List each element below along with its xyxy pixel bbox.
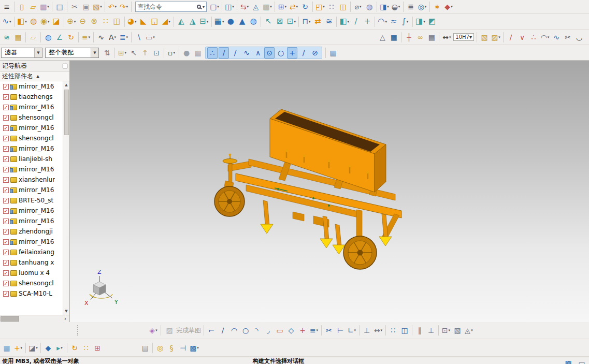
component-checkbox[interactable]: ✓ [3,177,9,183]
tree-item[interactable]: ✓xianshenlur [0,174,63,185]
tree-item[interactable]: ✓shensongcl [0,278,63,288]
perpendicular-constraint-icon[interactable]: ⊥ [426,325,436,336]
information-list-icon[interactable]: ≣▾ [119,32,129,43]
scroll-down-icon[interactable]: ▼ [65,308,67,315]
sketch-options-icon[interactable]: ◬▾ [464,325,474,336]
selection-filter-combo[interactable]: 滤器 ▼ [1,48,42,58]
tree-item[interactable]: ✓mirror_M16 [0,81,63,92]
play-animation-icon[interactable]: ▸▾ [54,342,65,354]
datum-csys-icon[interactable]: ▦ [2,342,12,354]
trim-curve-icon[interactable]: ✂ [563,32,573,43]
snap-existing-point-icon[interactable]: + [287,47,297,59]
dropdown-arrow-icon[interactable]: ▾ [354,328,356,332]
format-painter-icon[interactable]: ◪▾ [28,342,38,354]
component-checkbox[interactable]: ✓ [3,125,9,131]
dropdown-arrow-icon[interactable]: ▾ [348,20,350,24]
assembly-constraints-icon[interactable]: ⊓▾ [301,16,311,27]
component-checkbox[interactable]: ✓ [3,229,9,235]
sphere-icon[interactable]: ◍ [248,16,258,27]
snap-point-on-face-icon[interactable]: ⊘ [310,47,320,59]
dropdown-arrow-icon[interactable]: ▾ [126,5,128,9]
tree-item[interactable]: ✓feilaioxiang [0,247,63,257]
component-checkbox[interactable]: ✓ [3,260,9,266]
dropdown-arrow-icon[interactable]: ▾ [100,5,102,9]
tree-item[interactable]: ✓mirror_M16 [0,216,63,226]
tree-vertical-scrollbar[interactable]: ▲ ▼ [63,81,69,315]
marquee-select-icon[interactable]: ▫▾ [166,47,177,59]
component-checkbox[interactable]: ✓ [3,136,9,141]
bridge-curve-icon[interactable]: ◠▾ [540,32,550,43]
selection-scope-combo[interactable]: 整个装配 ▼ [45,48,99,58]
dropdown-arrow-icon[interactable]: ▾ [317,328,319,332]
dropdown-arrow-icon[interactable]: ▾ [61,346,63,350]
dropdown-arrow-icon[interactable]: ▾ [398,5,400,9]
cut-icon[interactable]: ✂ [69,1,80,12]
fillet-icon[interactable]: ◝ [252,325,262,336]
dropdown-arrow-icon[interactable]: ▾ [217,5,219,9]
mirror-assembly-icon[interactable]: ◫ [338,1,348,12]
dropdown-arrow-icon[interactable]: ▾ [471,328,473,332]
component-checkbox[interactable]: ✓ [3,84,9,90]
command-finder-input[interactable] [137,3,197,10]
point-set-icon[interactable]: ∴ [528,32,539,43]
dropdown-arrow-icon[interactable]: ▾ [270,5,272,9]
dropdown-arrow-icon[interactable]: ▾ [425,5,427,9]
expressions-icon[interactable]: ≡▾ [81,32,91,43]
dropdown-arrow-icon[interactable]: ▾ [168,20,170,24]
tree-item[interactable]: ✓mirror_M16 [0,102,63,112]
pmi-icon[interactable]: ◬ [251,1,261,12]
undo-icon[interactable]: ↶▾ [107,1,118,12]
show-hide-icon[interactable]: ◎▾ [417,1,427,12]
chevron-down-icon[interactable]: ▼ [34,48,42,57]
dropdown-arrow-icon[interactable]: ▾ [9,20,11,24]
degrees-of-freedom-icon[interactable]: ↻ [300,1,310,12]
scroll-right-icon[interactable]: › [61,316,69,322]
dropdown-arrow-icon[interactable]: ▾ [232,5,234,9]
datum-axis-icon[interactable]: ∕ [351,16,361,27]
spring-icon[interactable]: § [166,342,177,354]
update-model-icon[interactable]: ↻ [66,32,76,43]
edit-feature-icon[interactable]: ∠ [54,32,65,43]
dropdown-arrow-icon[interactable]: ▾ [114,35,117,39]
dropdown-arrow-icon[interactable]: ▾ [296,5,298,9]
split-body-icon[interactable]: ◮ [188,16,198,27]
select-group-icon[interactable]: ⊡ [151,47,162,59]
tree-item[interactable]: ✓shensongcl [0,133,63,143]
snap-point-on-curve-icon[interactable]: ∕ [298,47,309,59]
component-checkbox[interactable]: ✓ [3,281,9,286]
hscrollbar-thumb[interactable] [1,316,19,322]
datum-plus-icon[interactable]: +▾ [13,342,23,354]
annotation-editor-icon[interactable]: ▤ [426,32,437,43]
offset-face-icon[interactable]: ⊟▾ [199,16,209,27]
snap-control-point-icon[interactable]: ∿ [241,47,252,59]
navigator-column-header[interactable]: 述性部件名 ▲ [0,72,69,81]
component-checkbox[interactable]: ✓ [3,198,9,203]
refresh-view-icon[interactable]: ↻ [69,342,80,354]
web-status-icon[interactable]: ▩ [563,357,573,364]
assembly-arrangements-icon[interactable]: ⊞▾ [277,1,288,12]
dropdown-arrow-icon[interactable]: ▾ [74,20,76,24]
pattern-curve-icon[interactable]: ∷ [388,325,398,336]
snap-midpoint-icon[interactable]: ∕ [230,47,240,59]
toolbar-grip[interactable] [77,325,79,336]
anchor-point-icon[interactable]: ┼ [404,32,414,43]
dropdown-arrow-icon[interactable]: ▾ [323,5,325,9]
mirror-feature-icon[interactable]: ◫ [112,16,122,27]
menu-icon[interactable]: ≡ [2,1,12,12]
mirror-curve-icon[interactable]: ◫ [399,325,410,336]
dropdown-arrow-icon[interactable]: ▾ [294,20,296,24]
tree-item[interactable]: ✓mirror_M16 [0,123,63,133]
tree-item[interactable]: ✓mirror_M16 [0,164,63,174]
visual-report-icon[interactable]: ▥▾ [262,1,272,12]
pattern-gold-alt-icon[interactable]: ▨▾ [491,32,501,43]
cone-icon[interactable]: ▲ [237,16,247,27]
snap-endpoint-icon[interactable]: ∕ [219,47,229,59]
add-to-selection-icon[interactable]: ⊞▾ [117,47,127,59]
grid-display-icon[interactable]: ▦ [328,47,338,59]
measure-distance-icon[interactable]: ⌀▾ [353,1,363,12]
unite-icon[interactable]: ⊕▾ [66,16,77,27]
component-checkbox[interactable]: ✓ [3,219,9,224]
view-layout-icon[interactable]: ▤ [13,32,23,43]
make-corner-icon[interactable]: ∟▾ [347,325,357,336]
sketch-polyline-icon[interactable]: ∨ [517,32,527,43]
